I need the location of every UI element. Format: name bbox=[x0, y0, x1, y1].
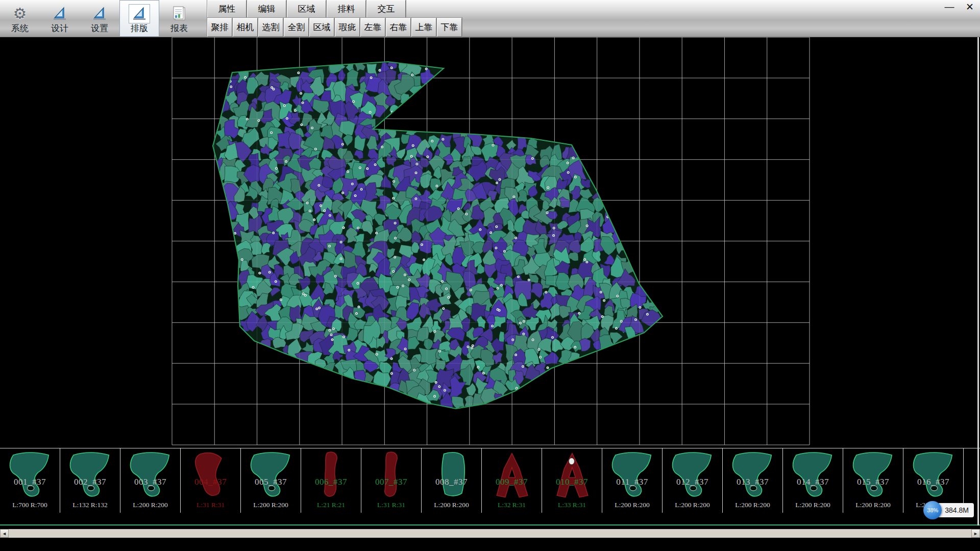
piece-meta: L:33 R:31 bbox=[542, 501, 602, 509]
tool-button-camera[interactable]: 相机 bbox=[233, 18, 258, 37]
settings-icon bbox=[91, 5, 108, 22]
piece-thumbnail-014[interactable]: 014_#37L:200 R:200 bbox=[783, 448, 843, 513]
app-tab-report[interactable]: 报表 bbox=[159, 0, 199, 37]
app-tab-label: 设计 bbox=[51, 24, 68, 33]
piece-meta: L:32 R:31 bbox=[482, 501, 542, 509]
app-tab-design[interactable]: 设计 bbox=[40, 0, 80, 37]
piece-thumbnail-007[interactable]: 007_#37L:31 R:31 bbox=[361, 448, 422, 513]
tool-button-defect[interactable]: 瑕疵 bbox=[335, 18, 360, 37]
memory-value: 384.8M bbox=[938, 503, 974, 517]
piece-meta: L:200 R:200 bbox=[422, 501, 481, 509]
piece-name: 014_#37 bbox=[783, 477, 843, 487]
gear-icon: ⚙ bbox=[13, 5, 27, 22]
memory-status-badge: 38% 384.8M bbox=[923, 501, 974, 519]
piece-meta: L:200 R:200 bbox=[723, 501, 782, 509]
piece-meta: L:700 R:700 bbox=[0, 501, 60, 509]
app-tab-label: 系统 bbox=[11, 24, 29, 33]
scroll-left-icon[interactable]: ◄ bbox=[0, 529, 9, 538]
piece-name: 016_#37 bbox=[903, 477, 963, 487]
piece-thumbnail-strip: 001_#37L:700 R:700002_#37L:132 R:132003_… bbox=[0, 448, 980, 525]
piece-meta: L:21 R:21 bbox=[301, 501, 361, 509]
app-tab-settings[interactable]: 设置 bbox=[80, 0, 119, 37]
main-toolbar: ⚙系统设计设置排版报表 属性编辑区域排料交互 聚排相机选割全割区域瑕疵左靠右靠上… bbox=[0, 0, 980, 37]
app-tab-icon-tile bbox=[49, 4, 70, 23]
app-tab-label: 报表 bbox=[170, 24, 188, 33]
piece-name: 001_#37 bbox=[0, 477, 60, 487]
app-tab-system[interactable]: ⚙系统 bbox=[0, 0, 40, 37]
app-tab-icon-tile: ⚙ bbox=[9, 4, 31, 23]
piece-name: 010_#37 bbox=[542, 477, 602, 487]
piece-thumbnail-013[interactable]: 013_#37L:200 R:200 bbox=[723, 448, 783, 513]
minimize-button[interactable]: — bbox=[943, 1, 955, 12]
tool-button-cut-all[interactable]: 全割 bbox=[284, 18, 309, 37]
piece-meta: L:132 R:132 bbox=[60, 501, 120, 509]
piece-name: 007_#37 bbox=[361, 477, 421, 487]
piece-meta: L:200 R:200 bbox=[241, 501, 301, 509]
piece-name: 013_#37 bbox=[723, 477, 782, 487]
app-tab-icon-tile bbox=[168, 4, 190, 23]
piece-name: 012_#37 bbox=[663, 477, 722, 487]
piece-name: 015_#37 bbox=[843, 477, 903, 487]
piece-meta: L:200 R:200 bbox=[120, 501, 180, 509]
tool-button-region[interactable]: 区域 bbox=[309, 18, 334, 37]
piece-name: 008_#37 bbox=[422, 477, 481, 487]
canvas-right-scroll-edge[interactable] bbox=[977, 37, 979, 525]
menu-tabs: 属性编辑区域排料交互 bbox=[207, 0, 462, 18]
piece-thumbnail-002[interactable]: 002_#37L:132 R:132 bbox=[60, 448, 120, 513]
menu-tab-properties[interactable]: 属性 bbox=[207, 0, 247, 18]
piece-thumbnail-cells: 001_#37L:700 R:700002_#37L:132 R:132003_… bbox=[0, 448, 980, 513]
piece-meta: L:200 R:200 bbox=[663, 501, 722, 509]
piece-thumbnail-006[interactable]: 006_#37L:21 R:21 bbox=[301, 448, 361, 513]
menu-area: 属性编辑区域排料交互 聚排相机选割全割区域瑕疵左靠右靠上靠下靠 bbox=[207, 0, 462, 37]
app-tabs: ⚙系统设计设置排版报表 bbox=[0, 0, 199, 37]
nesting-icon bbox=[131, 5, 148, 22]
tool-button-align-top[interactable]: 上靠 bbox=[411, 18, 436, 37]
app-tab-label: 排版 bbox=[131, 24, 148, 33]
app-tab-label: 设置 bbox=[91, 24, 108, 33]
piece-name: 004_#37 bbox=[181, 477, 240, 487]
piece-thumbnail-015[interactable]: 015_#37L:200 R:200 bbox=[843, 448, 903, 513]
piece-name: 003_#37 bbox=[120, 477, 180, 487]
piece-name: 009_#37 bbox=[482, 477, 542, 487]
piece-name: 011_#37 bbox=[602, 477, 662, 487]
piece-name: 005_#37 bbox=[241, 477, 301, 487]
horizontal-scrollbar[interactable]: ◄ ► bbox=[0, 529, 980, 538]
tool-button-select-cut[interactable]: 选割 bbox=[258, 18, 283, 37]
piece-thumbnail-010[interactable]: 010_#37L:33 R:31 bbox=[542, 448, 602, 513]
piece-thumbnail-001[interactable]: 001_#37L:700 R:700 bbox=[0, 448, 60, 513]
window-controls: — ✕ bbox=[943, 1, 976, 12]
piece-thumbnail-004[interactable]: 004_#37L:31 R:31 bbox=[181, 448, 241, 513]
menu-tab-edit[interactable]: 编辑 bbox=[247, 0, 286, 18]
app-tab-nesting[interactable]: 排版 bbox=[119, 0, 159, 37]
piece-thumbnail-012[interactable]: 012_#37L:200 R:200 bbox=[663, 448, 723, 513]
piece-thumbnail-011[interactable]: 011_#37L:200 R:200 bbox=[602, 448, 663, 513]
app-tab-icon-tile bbox=[129, 4, 150, 23]
app-tab-icon-tile bbox=[89, 4, 110, 23]
piece-thumbnail-008[interactable]: 008_#37L:200 R:200 bbox=[422, 448, 482, 513]
piece-meta: L:31 R:31 bbox=[181, 501, 240, 509]
progress-value: 38% bbox=[927, 507, 938, 513]
piece-thumbnail-003[interactable]: 003_#37L:200 R:200 bbox=[120, 448, 181, 513]
piece-meta: L:200 R:200 bbox=[602, 501, 662, 509]
piece-thumbnail-005[interactable]: 005_#37L:200 R:200 bbox=[241, 448, 301, 513]
design-icon bbox=[51, 5, 68, 22]
menu-tab-nest[interactable]: 排料 bbox=[327, 0, 366, 18]
tool-button-align-left[interactable]: 左靠 bbox=[360, 18, 385, 37]
piece-name: 002_#37 bbox=[60, 477, 120, 487]
piece-meta: L:200 R:200 bbox=[843, 501, 903, 509]
piece-meta: L:31 R:31 bbox=[361, 501, 421, 509]
piece-meta: L:200 R:200 bbox=[783, 501, 843, 509]
menu-tab-interact[interactable]: 交互 bbox=[366, 0, 406, 18]
tool-button-align-right[interactable]: 右靠 bbox=[386, 18, 411, 37]
tool-button-cluster-nest[interactable]: 聚排 bbox=[207, 18, 232, 37]
piece-name: 006_#37 bbox=[301, 477, 361, 487]
report-icon bbox=[170, 5, 188, 22]
tool-button-align-bottom[interactable]: 下靠 bbox=[437, 18, 462, 37]
piece-thumbnail-009[interactable]: 009_#37L:32 R:31 bbox=[482, 448, 542, 513]
menu-tab-region[interactable]: 区域 bbox=[287, 0, 326, 18]
scroll-right-icon[interactable]: ► bbox=[971, 529, 980, 538]
tool-buttons: 聚排相机选割全割区域瑕疵左靠右靠上靠下靠 bbox=[207, 18, 462, 37]
close-button[interactable]: ✕ bbox=[964, 1, 976, 12]
